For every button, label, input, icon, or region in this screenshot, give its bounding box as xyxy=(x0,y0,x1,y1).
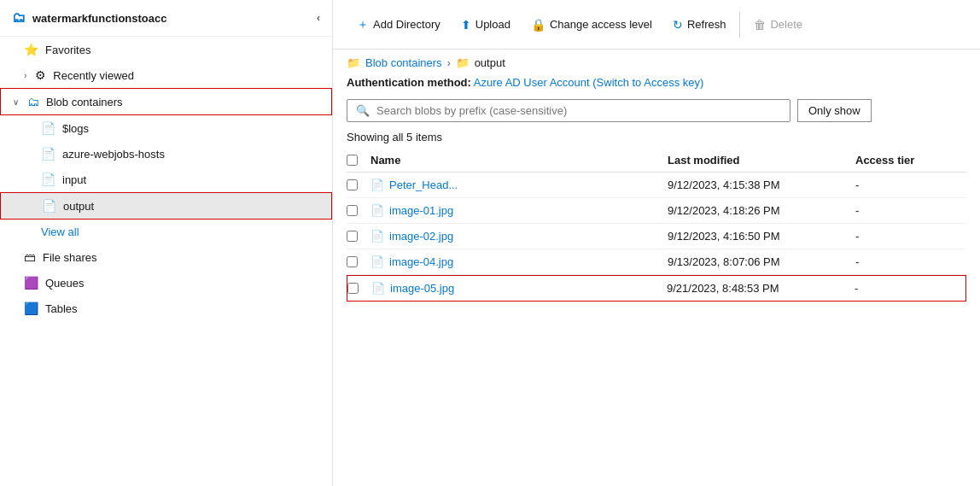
change-access-label: Change access level xyxy=(550,18,652,31)
change-access-button[interactable]: 🔒 Change access level xyxy=(521,13,662,37)
azure-webjobs-icon: 📄 xyxy=(41,147,55,161)
upload-icon: ⬆ xyxy=(461,18,471,32)
refresh-button[interactable]: ↻ Refresh xyxy=(662,13,737,37)
sidebar-item-view-all[interactable]: View all xyxy=(0,220,332,244)
file-table: Name Last modified Access tier 📄 Peter_H… xyxy=(333,149,980,486)
row-checkbox[interactable] xyxy=(347,231,358,242)
row-check-cell xyxy=(347,205,370,216)
sidebar-item-label: Queues xyxy=(45,277,85,290)
tables-icon: 🟦 xyxy=(24,302,38,315)
sidebar-item-output[interactable]: 📄 output xyxy=(0,192,332,220)
auth-switch-link[interactable]: (Switch to Access key) xyxy=(592,76,703,89)
breadcrumb-blob-link[interactable]: Blob containers xyxy=(365,56,442,69)
delete-icon: 🗑 xyxy=(754,18,766,32)
refresh-icon: ↻ xyxy=(673,18,683,32)
row-check-cell xyxy=(347,179,370,190)
file-name[interactable]: 📄 Peter_Head... xyxy=(370,179,668,191)
col-tier: - xyxy=(855,282,965,295)
table-row: 📄 image-04.jpg 9/13/2023, 8:07:06 PM - xyxy=(347,249,966,275)
sidebar-item-label: File shares xyxy=(43,251,97,264)
toolbar-separator xyxy=(739,12,740,38)
file-name-text: image-04.jpg xyxy=(389,255,453,268)
search-bar: 🔍 Only show xyxy=(333,96,980,129)
sidebar-item-file-shares[interactable]: 🗃 File shares xyxy=(0,244,332,270)
col-modified: 9/12/2023, 4:16:50 PM xyxy=(668,230,855,243)
account-header[interactable]: 🗂 watermarkfunctionstoacc ‹ xyxy=(0,0,332,37)
col-modified: 9/12/2023, 4:15:38 PM xyxy=(668,179,855,191)
row-check-cell xyxy=(347,283,371,294)
file-name-text: Peter_Head... xyxy=(389,179,458,191)
favorites-icon: ⭐ xyxy=(24,43,38,56)
sidebar-item-input[interactable]: 📄 input xyxy=(0,167,332,192)
select-all-checkbox[interactable] xyxy=(347,155,358,166)
col-tier: - xyxy=(855,179,966,191)
sidebar-item-label: azure-webjobs-hosts xyxy=(62,148,165,161)
sidebar: 🗂 watermarkfunctionstoacc ‹ ⭐ Favorites … xyxy=(0,0,333,486)
file-icon: 📄 xyxy=(370,204,384,217)
file-icon: 📄 xyxy=(370,255,384,268)
sidebar-item-label: Blob containers xyxy=(46,96,123,108)
blob-containers-icon: 🗂 xyxy=(27,95,39,108)
file-name-text: image-05.jpg xyxy=(390,282,454,295)
file-icon: 📄 xyxy=(370,230,384,243)
file-name-text: image-02.jpg xyxy=(389,230,453,243)
col-tier: - xyxy=(855,204,966,217)
sidebar-item-label: Recently viewed xyxy=(53,69,134,82)
search-icon: 🔍 xyxy=(356,104,370,117)
recently-viewed-icon: ⚙ xyxy=(35,68,46,82)
delete-button[interactable]: 🗑 Delete xyxy=(744,13,813,37)
account-name: watermarkfunctionstoacc xyxy=(32,12,167,25)
sidebar-item-label: Favorites xyxy=(45,44,90,56)
row-checkbox[interactable] xyxy=(347,283,359,294)
table-row: 📄 Peter_Head... 9/12/2023, 4:15:38 PM - xyxy=(347,173,966,198)
sidebar-item-label: output xyxy=(63,200,94,213)
expand-icon: ∨ xyxy=(13,97,19,107)
queues-icon: 🟪 xyxy=(24,276,38,290)
delete-label: Delete xyxy=(770,18,802,31)
file-name-text: image-01.jpg xyxy=(389,204,453,217)
items-count: Showing all 5 items xyxy=(333,129,980,149)
sidebar-item-slogs[interactable]: 📄 $logs xyxy=(0,115,332,141)
row-check-cell xyxy=(347,256,370,267)
file-shares-icon: 🗃 xyxy=(24,250,36,264)
account-folder-icon: 🗂 xyxy=(12,10,26,26)
header-modified: Last modified xyxy=(668,154,855,167)
sidebar-item-label: $logs xyxy=(62,122,89,135)
sidebar-item-azure-webjobs[interactable]: 📄 azure-webjobs-hosts xyxy=(0,141,332,167)
file-name[interactable]: 📄 image-01.jpg xyxy=(370,204,668,217)
header-name: Name xyxy=(370,154,668,167)
row-check-cell xyxy=(347,231,370,242)
upload-label: Upload xyxy=(475,18,510,31)
input-icon: 📄 xyxy=(41,173,55,186)
upload-button[interactable]: ⬆ Upload xyxy=(451,13,521,37)
row-checkbox[interactable] xyxy=(347,179,358,190)
add-directory-button[interactable]: ＋ Add Directory xyxy=(347,12,451,38)
sidebar-item-label: Tables xyxy=(45,302,78,315)
row-checkbox[interactable] xyxy=(347,256,358,267)
file-name[interactable]: 📄 image-02.jpg xyxy=(370,230,668,243)
only-show-button[interactable]: Only show xyxy=(797,99,872,122)
only-show-label: Only show xyxy=(808,104,860,117)
table-header: Name Last modified Access tier xyxy=(347,149,966,173)
sidebar-item-tables[interactable]: 🟦 Tables xyxy=(0,296,332,321)
col-modified: 9/21/2023, 8:48:53 PM xyxy=(667,282,855,295)
toolbar: ＋ Add Directory ⬆ Upload 🔒 Change access… xyxy=(333,0,980,50)
file-name[interactable]: 📄 image-04.jpg xyxy=(370,255,668,268)
row-checkbox[interactable] xyxy=(347,205,358,216)
file-name[interactable]: 📄 image-05.jpg xyxy=(371,282,667,295)
sidebar-item-favorites[interactable]: ⭐ Favorites xyxy=(0,37,332,62)
lock-icon: 🔒 xyxy=(531,18,545,32)
view-all-link[interactable]: View all xyxy=(41,225,79,238)
sidebar-item-blob-containers[interactable]: ∨ 🗂 Blob containers xyxy=(0,88,332,115)
auth-method-label: Authentication method: xyxy=(347,76,471,89)
breadcrumb-separator: › xyxy=(447,57,451,69)
search-input[interactable] xyxy=(376,104,781,117)
auth-method-bar: Authentication method: Azure AD User Acc… xyxy=(333,73,980,96)
sidebar-item-recently-viewed[interactable]: › ⚙ Recently viewed xyxy=(0,62,332,88)
expand-icon: › xyxy=(24,71,26,80)
file-icon: 📄 xyxy=(370,179,384,191)
auth-method-link[interactable]: Azure AD User Account xyxy=(474,76,590,89)
sidebar-item-queues[interactable]: 🟪 Queues xyxy=(0,270,332,296)
sidebar-item-label: input xyxy=(62,173,86,186)
file-icon: 📄 xyxy=(371,282,385,295)
